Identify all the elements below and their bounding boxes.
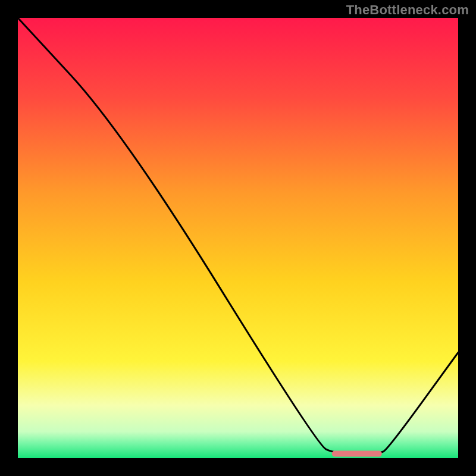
plot-area	[18, 18, 458, 458]
watermark-text: TheBottleneck.com	[346, 2, 469, 18]
chart-svg	[18, 18, 458, 458]
chart-frame: TheBottleneck.com	[0, 0, 476, 476]
gradient-background	[18, 18, 458, 458]
